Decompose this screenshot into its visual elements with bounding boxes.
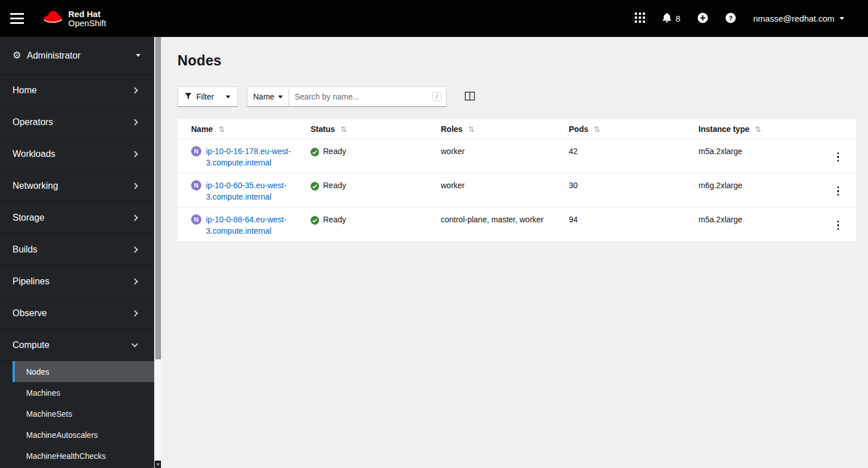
instance-type-cell: m6g.2xlarge	[693, 173, 819, 208]
search-shortcut-hint: /	[432, 92, 441, 101]
chevron-down-icon	[136, 54, 140, 57]
column-label: Instance type	[698, 125, 749, 134]
node-name-link[interactable]: ip-10-0-88-64.eu-west-3.compute.internal	[206, 214, 300, 237]
sidebar-item-observe[interactable]: Observe	[0, 297, 154, 329]
chevron-right-icon	[131, 310, 138, 316]
sidebar-item-operators[interactable]: Operators	[0, 106, 154, 138]
manage-columns-button[interactable]	[464, 90, 476, 103]
chevron-down-icon	[131, 341, 138, 347]
sidebar-item-workloads[interactable]: Workloads	[0, 138, 154, 170]
columns-icon	[465, 94, 475, 102]
nav-toggle-button[interactable]	[10, 10, 30, 27]
sort-icon[interactable]: ⇅	[468, 125, 474, 134]
perspective-switcher[interactable]: ⚙ Administrator	[0, 37, 154, 74]
table-row: Nip-10-0-60-35.eu-west-3.compute.interna…	[177, 173, 856, 208]
ready-check-icon	[311, 216, 319, 225]
table-header-row: Name⇅Status⇅Roles⇅Pods⇅Instance type⇅	[177, 119, 856, 139]
user-menu-button[interactable]: nmasse@redhat.com	[751, 11, 846, 26]
sidebar-item-label: Builds	[13, 245, 38, 255]
pods-cell: 30	[563, 173, 693, 208]
gear-icon: ⚙	[13, 49, 21, 61]
sidebar-item-label: Pipelines	[13, 276, 49, 287]
kebab-menu-button[interactable]	[834, 150, 843, 164]
page-title: Nodes	[177, 52, 856, 69]
chevron-down-icon	[278, 96, 283, 98]
sidebar-item-networking[interactable]: Networking	[0, 170, 154, 202]
nodes-table-body: Nip-10-0-16-178.eu-west-3.compute.intern…	[177, 139, 856, 242]
search-field-wrapper: /	[288, 86, 447, 107]
column-header-roles[interactable]: Roles⇅	[435, 119, 563, 139]
table-row: Nip-10-0-88-64.eu-west-3.compute.interna…	[177, 208, 856, 242]
sidebar-item-machineautoscalers[interactable]: MachineAutoscalers	[13, 424, 154, 445]
sidebar-subnav-compute: NodesMachinesMachineSetsMachineAutoscale…	[0, 361, 154, 466]
column-header-status[interactable]: Status⇅	[305, 119, 435, 139]
column-header-name[interactable]: Name⇅	[177, 119, 305, 139]
column-label: Name	[191, 125, 213, 134]
redhat-fedora-icon	[42, 9, 64, 28]
status-text: Ready	[323, 214, 346, 225]
search-input[interactable]	[288, 86, 447, 107]
sort-icon[interactable]: ⇅	[755, 125, 761, 134]
import-button[interactable]	[695, 10, 710, 27]
sidebar-scrollbar[interactable]	[154, 37, 161, 468]
sidebar-item-builds[interactable]: Builds	[0, 234, 154, 266]
node-name-link[interactable]: ip-10-0-60-35.eu-west-3.compute.internal	[206, 180, 300, 202]
sidebar-item-machines[interactable]: Machines	[13, 382, 154, 403]
plus-circle-icon	[697, 13, 708, 25]
perspective-label: Administrator	[27, 51, 80, 61]
kebab-menu-button[interactable]	[834, 184, 843, 198]
ready-check-icon	[311, 148, 319, 156]
sidebar-nav: HomeOperatorsWorkloadsNetworkingStorageB…	[0, 74, 154, 466]
toolbar: Filter Name /	[177, 86, 856, 107]
sort-icon[interactable]: ⇅	[218, 125, 225, 134]
chevron-right-icon	[131, 214, 138, 221]
table-row: Nip-10-0-16-178.eu-west-3.compute.intern…	[177, 139, 856, 173]
filter-label: Filter	[196, 92, 214, 101]
sidebar-item-storage[interactable]: Storage	[0, 202, 154, 234]
column-header-pods[interactable]: Pods⇅	[563, 119, 693, 139]
filter-type-label: Name	[253, 92, 274, 101]
sort-icon[interactable]: ⇅	[594, 125, 600, 134]
sidebar-item-label: Observe	[13, 308, 47, 318]
sidebar-item-label: Home	[13, 85, 37, 96]
column-header-instance-type[interactable]: Instance type⇅	[693, 119, 819, 139]
roles-cell: worker	[435, 139, 563, 173]
column-header-actions	[819, 119, 856, 139]
sidebar-item-label: Compute	[13, 340, 49, 350]
chevron-right-icon	[131, 278, 138, 284]
bell-icon	[662, 13, 672, 24]
filter-type-select[interactable]: Name	[247, 86, 289, 107]
sidebar-item-pipelines[interactable]: Pipelines	[0, 266, 154, 297]
node-name-link[interactable]: ip-10-0-16-178.eu-west-3.compute.interna…	[206, 146, 300, 168]
chevron-right-icon	[131, 183, 138, 189]
sort-icon[interactable]: ⇅	[341, 125, 347, 134]
instance-type-cell: m5a.2xlarge	[693, 208, 819, 242]
roles-cell: control-plane, master, worker	[435, 208, 563, 242]
kebab-menu-button[interactable]	[834, 218, 843, 233]
sidebar-item-home[interactable]: Home	[0, 74, 154, 106]
svg-text:?: ?	[729, 14, 733, 21]
funnel-icon	[185, 92, 192, 101]
filter-dropdown-button[interactable]: Filter	[177, 86, 238, 107]
sidebar-item-compute[interactable]: Compute	[0, 329, 154, 361]
sidebar-item-label: Networking	[13, 181, 58, 191]
sidebar-item-machinesets[interactable]: MachineSets	[13, 403, 154, 424]
notification-count: 8	[676, 14, 680, 23]
pods-cell: 94	[563, 208, 693, 242]
sidebar-item-nodes[interactable]: Nodes	[13, 361, 154, 382]
user-name: nmasse@redhat.com	[753, 14, 834, 23]
app-launcher-button[interactable]	[633, 10, 647, 27]
masthead-toolbar: 8 ? nmasse@redhat.com	[633, 10, 846, 27]
brand-logo: Red Hat OpenShift	[42, 9, 106, 28]
sidebar-item-label: Workloads	[13, 149, 55, 159]
chevron-right-icon	[131, 119, 138, 125]
nodes-table: Name⇅Status⇅Roles⇅Pods⇅Instance type⇅ Ni…	[177, 119, 856, 242]
brand-product: OpenShift	[68, 19, 106, 28]
brand-name: Red Hat	[68, 10, 106, 19]
help-button[interactable]: ?	[723, 10, 738, 27]
app-grid-icon	[635, 13, 645, 24]
notifications-button[interactable]: 8	[660, 11, 683, 27]
sidebar-item-machinehealthchecks[interactable]: MachineHealthChecks	[13, 445, 154, 466]
chevron-down-icon	[226, 96, 230, 98]
status-text: Ready	[323, 180, 346, 191]
